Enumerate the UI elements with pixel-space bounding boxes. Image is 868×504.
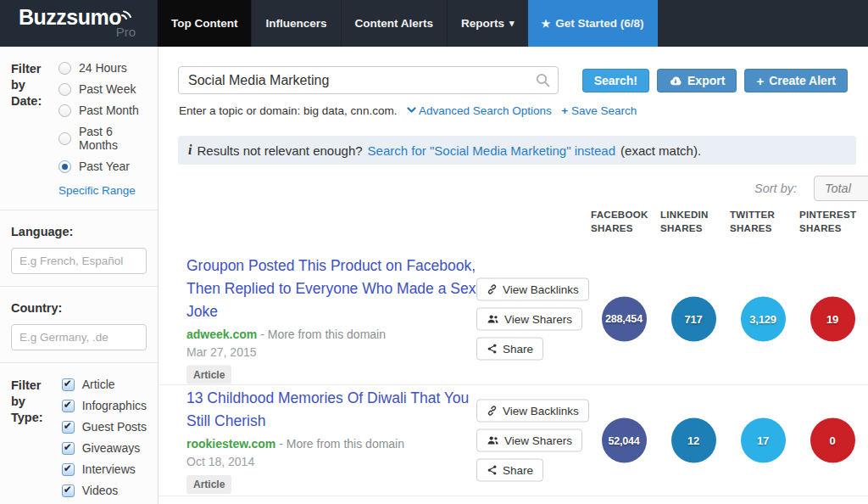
more-from-domain-link[interactable]: More from this domain bbox=[268, 327, 386, 340]
view-backlinks-label: View Backlinks bbox=[503, 283, 579, 295]
checkbox-checked-icon[interactable] bbox=[62, 484, 75, 497]
checkbox-videos[interactable]: Videos bbox=[62, 484, 147, 497]
sort-by-label: Sort by: bbox=[754, 182, 797, 195]
radio-icon[interactable] bbox=[58, 104, 71, 117]
top-navbar: Buzzsumo Pro Top Content Influencers Con… bbox=[0, 0, 868, 47]
view-sharers-label: View Sharers bbox=[504, 434, 572, 447]
result-title-link[interactable]: 13 Childhood Memories Of Diwali That You… bbox=[186, 387, 481, 433]
facebook-shares-header: FACEBOOK SHARES bbox=[589, 208, 659, 235]
plus-icon: + bbox=[756, 74, 764, 88]
result-domain-link[interactable]: rookiestew.com bbox=[186, 437, 275, 451]
advanced-link-label: Advanced Search Options bbox=[419, 104, 552, 117]
result-title-link[interactable]: Groupon Posted This Product on Facebook,… bbox=[186, 254, 481, 322]
radio-past-week[interactable]: Past Week bbox=[58, 82, 147, 96]
checkbox-checked-icon[interactable] bbox=[62, 442, 75, 455]
radio-checked-icon[interactable] bbox=[58, 160, 71, 173]
date-filter-section: Filter by Date: 24 Hours Past Week Past … bbox=[0, 47, 158, 210]
create-alert-button[interactable]: + Create Alert bbox=[744, 69, 848, 92]
users-icon bbox=[487, 435, 499, 446]
filter-sidebar: Filter by Date: 24 Hours Past Week Past … bbox=[0, 47, 159, 504]
radio-label: Past Year bbox=[79, 160, 130, 173]
result-row: 13 Childhood Memories Of Diwali That You… bbox=[159, 385, 868, 496]
checkbox-label: Article bbox=[82, 378, 115, 391]
search-input[interactable] bbox=[178, 66, 559, 94]
linkedin-share-count: 717 bbox=[671, 296, 716, 341]
radio-icon[interactable] bbox=[58, 132, 71, 145]
nav-tab-label: Get Started (6/8) bbox=[555, 17, 643, 30]
search-buttons: Search! Export + Create Alert bbox=[582, 69, 848, 92]
type-filter-section: Filter by Type: Article Infographics Gue… bbox=[0, 363, 158, 504]
checkbox-label: Guest Posts bbox=[82, 420, 147, 434]
view-sharers-button[interactable]: View Sharers bbox=[476, 429, 582, 452]
megaphone-waves-icon bbox=[120, 7, 134, 20]
checkbox-label: Videos bbox=[82, 484, 119, 497]
nav-tab-influencers[interactable]: Influencers bbox=[251, 0, 340, 47]
view-backlinks-button[interactable]: View Backlinks bbox=[476, 400, 589, 423]
search-button[interactable]: Search! bbox=[582, 69, 649, 92]
advanced-search-options-link[interactable]: Advanced Search Options bbox=[407, 104, 552, 117]
nav-tab-reports[interactable]: Reports ▾ bbox=[447, 0, 528, 47]
content-type-badge: Article bbox=[186, 365, 231, 384]
cloud-download-icon bbox=[669, 76, 682, 87]
more-from-domain-link[interactable]: More from this domain bbox=[287, 437, 404, 451]
radio-past-month[interactable]: Past Month bbox=[58, 104, 147, 117]
radio-past-6-months[interactable]: Past 6 Months bbox=[58, 125, 147, 152]
nav-tab-label: Influencers bbox=[265, 17, 326, 30]
search-helper-text: Enter a topic or domain: big data, cnn.c… bbox=[179, 104, 397, 117]
radio-label: 24 Hours bbox=[79, 61, 127, 75]
share-label: Share bbox=[503, 464, 533, 477]
view-sharers-label: View Sharers bbox=[504, 312, 572, 325]
result-domain-line: rookiestew.com - More from this domain bbox=[186, 437, 481, 451]
checkbox-checked-icon[interactable] bbox=[62, 378, 75, 391]
checkbox-guest-posts[interactable]: Guest Posts bbox=[62, 420, 147, 434]
radio-icon[interactable] bbox=[58, 83, 71, 96]
view-backlinks-button[interactable]: View Backlinks bbox=[476, 277, 589, 300]
checkbox-infographics[interactable]: Infographics bbox=[62, 399, 147, 412]
share-button[interactable]: Share bbox=[476, 337, 543, 360]
save-search-link[interactable]: + Save Search bbox=[561, 104, 637, 117]
notice-suffix: (exact match). bbox=[620, 143, 701, 158]
result-domain-link[interactable]: adweek.com bbox=[186, 327, 257, 340]
buzzsumo-app: Buzzsumo Pro Top Content Influencers Con… bbox=[0, 0, 868, 504]
caret-down-icon: ▾ bbox=[509, 18, 515, 29]
radio-past-year-selected[interactable]: Past Year bbox=[58, 160, 147, 173]
checkbox-interviews[interactable]: Interviews bbox=[62, 462, 147, 476]
view-sharers-button[interactable]: View Sharers bbox=[476, 307, 582, 330]
specific-range-link[interactable]: Specific Range bbox=[58, 184, 136, 197]
checkbox-label: Giveaways bbox=[82, 441, 140, 455]
export-button[interactable]: Export bbox=[657, 69, 737, 92]
nav-tab-get-started[interactable]: ★ Get Started (6/8) bbox=[528, 0, 658, 47]
radio-icon[interactable] bbox=[58, 62, 71, 75]
content-type-badge: Article bbox=[186, 475, 231, 494]
twitter-share-count: 17 bbox=[741, 418, 786, 463]
checkbox-checked-icon[interactable] bbox=[62, 421, 75, 434]
nav-tab-top-content[interactable]: Top Content bbox=[157, 0, 251, 47]
result-actions: View Backlinks View Sharers bbox=[476, 400, 589, 482]
country-input[interactable] bbox=[11, 324, 147, 350]
share-icon bbox=[487, 343, 498, 354]
twitter-share-count: 3,129 bbox=[741, 296, 786, 341]
brand-logo[interactable]: Buzzsumo Pro bbox=[0, 0, 157, 47]
exact-match-search-link[interactable]: Search for "Social Media Marketing" inst… bbox=[368, 143, 615, 158]
create-alert-label: Create Alert bbox=[769, 74, 836, 87]
checkbox-giveaways[interactable]: Giveaways bbox=[62, 441, 147, 455]
facebook-share-count: 288,454 bbox=[602, 296, 647, 341]
link-icon bbox=[487, 283, 498, 294]
checkbox-checked-icon[interactable] bbox=[62, 463, 75, 476]
language-input[interactable] bbox=[11, 248, 147, 274]
sort-dropdown[interactable]: Total bbox=[814, 176, 868, 201]
main-content: Search! Export + Create Alert Enter a to… bbox=[159, 47, 868, 504]
checkbox-checked-icon[interactable] bbox=[62, 400, 75, 412]
pinterest-shares-header: PINTEREST SHARES bbox=[798, 208, 867, 235]
search-row: Search! Export + Create Alert bbox=[178, 66, 848, 94]
result-domain-line: adweek.com - More from this domain bbox=[186, 327, 481, 340]
result-row: Groupon Posted This Product on Facebook,… bbox=[159, 253, 868, 385]
radio-24-hours[interactable]: 24 Hours bbox=[58, 61, 147, 75]
view-backlinks-label: View Backlinks bbox=[503, 405, 579, 417]
checkbox-article[interactable]: Article bbox=[62, 378, 147, 391]
share-icon bbox=[487, 465, 498, 476]
nav-tab-content-alerts[interactable]: Content Alerts bbox=[341, 0, 448, 47]
nav-tab-label: Top Content bbox=[171, 17, 237, 30]
share-button[interactable]: Share bbox=[476, 459, 543, 482]
search-icon[interactable] bbox=[536, 73, 550, 87]
